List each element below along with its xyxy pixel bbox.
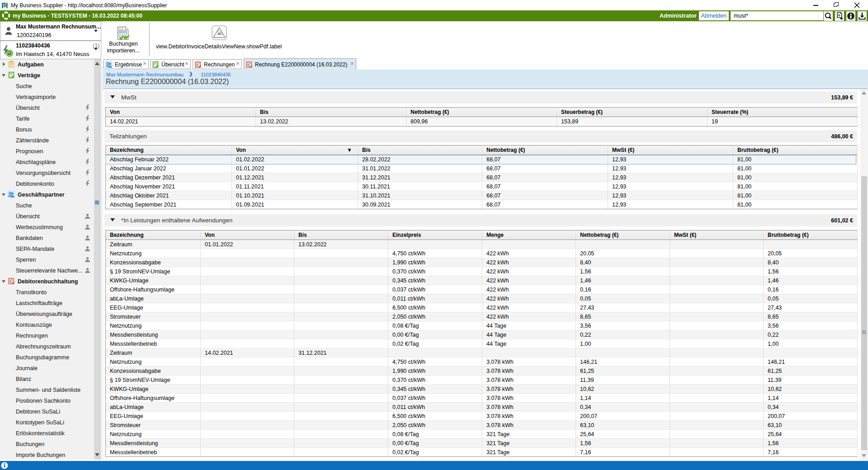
svg-text:€: € [247,63,250,67]
svg-text:€: € [9,280,12,284]
svg-text:€: € [196,63,198,67]
